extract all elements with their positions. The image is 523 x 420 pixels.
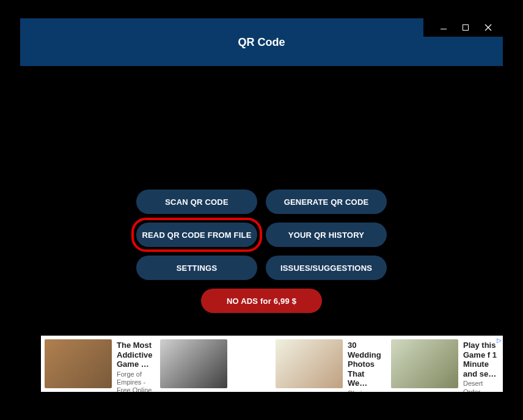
- generate-qr-button[interactable]: GENERATE QR CODE: [266, 190, 387, 214]
- issues-button[interactable]: ISSUES/SUGGESTIONS: [266, 256, 387, 280]
- ad-item[interactable]: The Most Addictive Game … Forge of Empir…: [41, 336, 156, 392]
- ad-thumbnail: [45, 339, 112, 388]
- window-controls: [423, 18, 503, 37]
- ad-text: Play this Game f 1 Minute and se… Desert…: [463, 339, 499, 388]
- highlighted-frame: READ QR CODE FROM FILE: [131, 218, 262, 252]
- close-icon[interactable]: [485, 24, 492, 31]
- ad-thumbnail: [391, 339, 458, 388]
- ad-headline: The Most Addictive Game …: [117, 341, 153, 369]
- minimize-icon[interactable]: [441, 29, 447, 29]
- ad-subtext: Free Online Game: [117, 386, 153, 392]
- ad-text: The Most Addictive Game … Forge of Empir…: [117, 339, 153, 388]
- menu-row: NO ADS for 6,99 $: [201, 289, 322, 313]
- ad-subtext: Desert Order: [463, 380, 499, 392]
- ad-item[interactable]: 30 Wedding Photos That We… Gloriousa: [272, 336, 387, 392]
- ad-subtext: Forge of Empires -: [117, 370, 153, 386]
- page-title: QR Code: [238, 36, 285, 49]
- ad-item[interactable]: Play this Game f 1 Minute and se… Desert…: [387, 336, 503, 392]
- menu-row: SETTINGS ISSUES/SUGGESTIONS: [136, 256, 387, 280]
- ad-item[interactable]: [156, 336, 272, 392]
- menu-row: SCAN QR CODE GENERATE QR CODE: [136, 190, 387, 214]
- ad-banner[interactable]: The Most Addictive Game … Forge of Empir…: [41, 336, 503, 392]
- main-menu: SCAN QR CODE GENERATE QR CODE READ QR CO…: [0, 190, 523, 313]
- ad-text: 30 Wedding Photos That We… Gloriousa: [348, 339, 384, 388]
- read-qr-from-file-button[interactable]: READ QR CODE FROM FILE: [136, 223, 257, 247]
- qr-history-button[interactable]: YOUR QR HISTORY: [266, 223, 387, 247]
- maximize-icon[interactable]: [463, 24, 469, 31]
- adchoices-icon[interactable]: ▷: [497, 337, 502, 344]
- ad-thumbnail: [276, 339, 343, 388]
- menu-row: READ QR CODE FROM FILE YOUR QR HISTORY: [136, 223, 387, 247]
- ad-headline: Play this Game f 1 Minute and se…: [463, 341, 499, 378]
- ad-headline: 30 Wedding Photos That We…: [348, 341, 384, 388]
- ad-thumbnail: [160, 339, 227, 388]
- ad-subtext: Gloriousa: [348, 389, 384, 392]
- settings-button[interactable]: SETTINGS: [136, 256, 257, 280]
- no-ads-button[interactable]: NO ADS for 6,99 $: [201, 289, 322, 313]
- scan-qr-button[interactable]: SCAN QR CODE: [136, 190, 257, 214]
